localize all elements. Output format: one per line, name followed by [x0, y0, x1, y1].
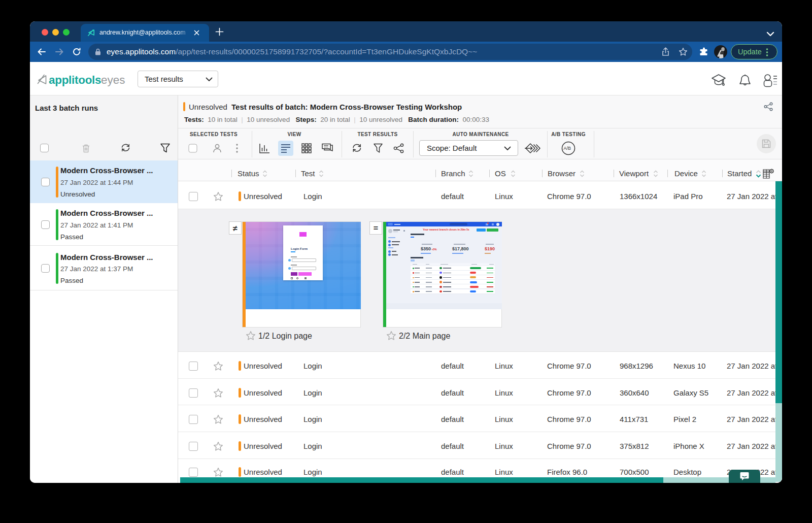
- svg-text:eyes: eyes: [101, 74, 125, 86]
- svg-text:applitools: applitools: [49, 74, 101, 86]
- svg-text:A/B: A/B: [564, 146, 571, 151]
